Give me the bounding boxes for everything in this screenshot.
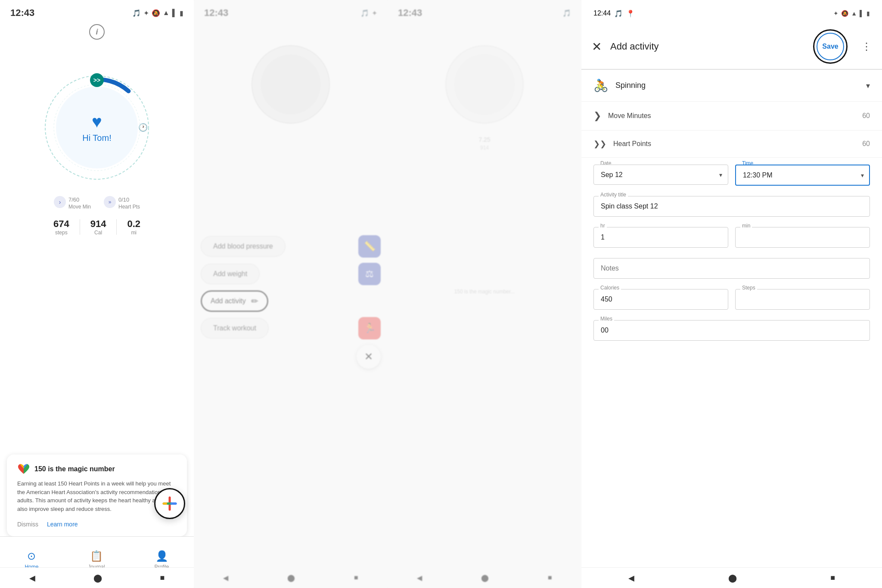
activity-ring: >> ♥ Hi Tom! 🕐 — [41, 72, 153, 184]
steps-val: 674 — [53, 218, 69, 230]
home-icon: ⊙ — [27, 550, 36, 562]
hr-input[interactable] — [593, 227, 728, 248]
signal-icon-4: ▌ — [860, 10, 864, 17]
status-time-4: 12:44 — [593, 9, 611, 17]
date-time-row: Date Sep 12 ▾ Time 12:30 PM ▾ — [581, 158, 882, 193]
home-btn-3[interactable]: ⬤ — [481, 574, 489, 582]
cal-block: 914 Cal — [80, 218, 117, 236]
close-activity-button[interactable]: ✕ — [592, 40, 602, 54]
add-activity-outlined[interactable]: Add activity ✏ — [201, 290, 268, 312]
activity-title-field[interactable]: Activity title — [581, 196, 882, 217]
home-btn-4[interactable]: ⬤ — [728, 573, 737, 583]
move-minutes-icon: ❯ — [593, 110, 601, 121]
cal-lbl: Cal — [90, 230, 106, 236]
blood-pressure-icon-btn[interactable]: 📏 — [358, 235, 381, 258]
dismiss-button[interactable]: Dismiss — [17, 519, 38, 529]
wifi-icon-4: ▲ — [851, 10, 857, 17]
nav-journal[interactable]: 📋 Journal — [88, 550, 105, 570]
activity-type-row[interactable]: 🚴 Spinning ▾ — [581, 70, 882, 102]
date-field[interactable]: Date Sep 12 ▾ — [593, 165, 728, 186]
heart-pts-stat[interactable]: » 0/10 Heart Pts — [104, 194, 140, 210]
save-btn-wrapper[interactable]: Save — [813, 29, 848, 64]
steps-input[interactable] — [735, 289, 870, 310]
activity-name: Spinning — [615, 81, 859, 90]
silent-icon: 🔕 — [152, 9, 160, 17]
calories-input[interactable] — [593, 289, 728, 310]
min-input[interactable] — [735, 227, 870, 248]
nav-home[interactable]: ⊙ Home — [25, 550, 38, 570]
google-plus-icon — [162, 496, 177, 511]
steps-field[interactable]: Steps — [735, 289, 870, 310]
ring-ghost-2 — [394, 41, 575, 128]
activity-title-input[interactable] — [593, 196, 870, 217]
hr-field[interactable]: hr — [593, 227, 728, 248]
fab-button[interactable] — [154, 488, 185, 519]
ghost-subtitle: 914 — [394, 145, 575, 151]
weight-icon-btn[interactable]: ⚖ — [358, 263, 381, 285]
date-select[interactable]: Sep 12 — [593, 165, 728, 185]
track-icon-btn[interactable]: 🏃 — [358, 317, 381, 339]
min-label: min — [740, 223, 752, 229]
miles-val: 0.2 — [127, 218, 140, 230]
move-min-val: 7/60 — [68, 194, 91, 204]
notes-field[interactable] — [581, 258, 882, 279]
panel-add-activity: 12:44 🎵 📍 ✦ 🔕 ▲ ▌ ▮ ✕ Add activity Save … — [581, 0, 882, 588]
move-min-stat[interactable]: › 7/60 Move Min — [54, 194, 91, 210]
miles-block: 0.2 mi — [117, 218, 151, 236]
add-activity-label: Add activity — [211, 297, 246, 305]
ghost-numbers: 7.25 — [394, 136, 575, 143]
music-icon-2: 🎵 — [360, 9, 369, 17]
add-weight-row: Add weight ⚖ — [201, 263, 381, 285]
home-btn-1[interactable]: ⬤ — [93, 573, 102, 583]
miles-input[interactable] — [593, 320, 870, 341]
stats-row: › 7/60 Move Min » 0/10 Heart Pts — [0, 194, 194, 210]
time-field[interactable]: Time 12:30 PM ▾ — [735, 165, 870, 186]
time-select-wrapper: 12:30 PM ▾ — [735, 165, 870, 186]
heart-icon: ♥ — [92, 112, 102, 131]
heart-points-row: ❯❯ Heart Points 60 — [581, 131, 882, 158]
steps-label: Steps — [740, 285, 757, 291]
add-blood-pressure-btn[interactable]: Add blood pressure — [201, 236, 286, 257]
time-select[interactable]: 12:30 PM — [735, 165, 870, 186]
clock-hand: 🕐 — [138, 123, 148, 132]
more-options-button[interactable]: ⋮ — [861, 40, 872, 53]
track-workout-row: Track workout 🏃 — [201, 317, 381, 339]
status-bar-3: 12:43 🎵 — [388, 0, 581, 24]
home-btn-2[interactable]: ⬤ — [287, 574, 295, 582]
signal-icon: ▌ — [172, 9, 177, 17]
back-btn-2[interactable]: ◀ — [223, 574, 228, 582]
info-icon[interactable]: i — [89, 24, 105, 40]
activity-dropdown-icon: ▾ — [866, 81, 870, 90]
recents-btn-1[interactable]: ■ — [160, 573, 165, 582]
add-activity-title: Add activity — [610, 41, 804, 52]
move-minutes-value: 60 — [862, 112, 870, 120]
svg-point-11 — [261, 54, 321, 115]
back-btn-4[interactable]: ◀ — [628, 573, 634, 583]
close-fab[interactable]: ✕ — [357, 345, 381, 369]
heart-pts-val: 0/10 — [118, 194, 140, 204]
back-btn-1[interactable]: ◀ — [29, 573, 35, 583]
min-field[interactable]: min — [735, 227, 870, 248]
ring-center: ♥ Hi Tom! — [82, 112, 111, 143]
add-weight-btn[interactable]: Add weight — [201, 264, 260, 284]
recents-btn-2[interactable]: ■ — [354, 574, 358, 582]
learn-more-button[interactable]: Learn more — [47, 519, 78, 529]
recents-btn-3[interactable]: ■ — [548, 574, 552, 582]
close-row: ✕ — [201, 345, 381, 369]
miles-field[interactable]: Miles — [581, 320, 882, 341]
back-btn-3[interactable]: ◀ — [417, 574, 422, 582]
duration-row: hr min — [581, 220, 882, 255]
music-icon-3: 🎵 — [562, 9, 571, 17]
calories-field[interactable]: Calories — [593, 289, 728, 310]
status-bar-4: 12:44 🎵 📍 ✦ 🔕 ▲ ▌ ▮ — [581, 0, 882, 24]
move-minutes-row: ❯ Move Minutes 60 — [581, 102, 882, 131]
maps-icon-4: 📍 — [626, 9, 635, 18]
svg-point-13 — [454, 54, 515, 115]
status-icons-1: 🎵 ✦ 🔕 ▲ ▌ ▮ — [132, 9, 183, 17]
panel-home: 12:43 🎵 ✦ 🔕 ▲ ▌ ▮ i >> — [0, 0, 194, 588]
notes-input[interactable] — [593, 258, 870, 279]
move-minutes-label: Move Minutes — [608, 112, 855, 120]
nav-profile[interactable]: 👤 Profile — [155, 550, 169, 570]
track-workout-btn[interactable]: Track workout — [201, 318, 269, 339]
recents-btn-4[interactable]: ■ — [830, 573, 835, 582]
